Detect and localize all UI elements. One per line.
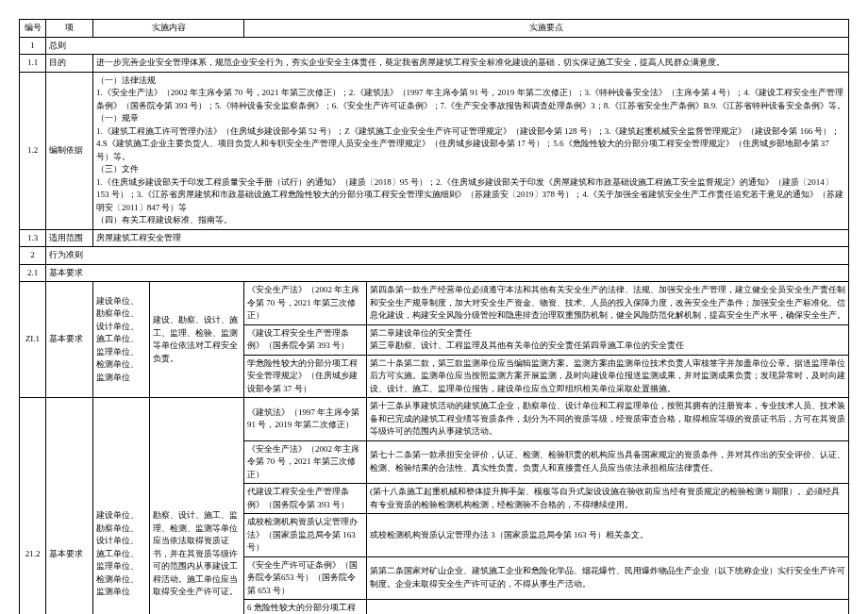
num: 2 <box>20 247 46 265</box>
c3: 《安全生产法》（2002 年主席令第 70 号，2021 年第三次修正） <box>244 440 367 484</box>
c3: 《建设工程安全生产管理条例》（国务院令第 393 号） <box>244 324 367 355</box>
item: 基本要求 <box>46 398 93 615</box>
num: 1 <box>20 37 46 55</box>
item: 编制依据 <box>46 72 93 229</box>
c3: 6 危险性较大的分部分项工程安全管理规定》（住房城乡建设部令第 37 号） <box>244 600 367 615</box>
c4: 第二十条第二款，第三款监测单位应当编辑监测方案。监测方案由监测单位技术负责人审核… <box>367 355 849 398</box>
c1: 建设单位、勘察单位、设计单位、施工单位、监理单位、检测单位、监测单位 <box>93 282 150 398</box>
item: 总则 <box>46 37 849 55</box>
content: 进一步完善企业安全管理体系，规范企业安全行为，夯实企业安全主体责任，奠定我省房屋… <box>93 55 849 73</box>
c4: 第第二条国家对矿山企业、建筑施工企业和危险化学品、烟花爆竹、民用爆炸物品生产企业… <box>367 556 849 600</box>
row-zi1-a: ZI.1 基本要求 建设单位、勘察单位、设计单位、施工单位、监理单位、检测单位、… <box>20 282 849 325</box>
c4: 第四条第一款生产经营单位必须遵守本法和其他有关安全生产的法律、法规、加强安全生产… <box>367 282 849 325</box>
c3: 《建筑法》（1997 年主席令第 91 号，2019 年第二次修正） <box>244 398 367 441</box>
content: 房屋建筑工程安全管理 <box>93 229 849 247</box>
item: 目的 <box>46 55 93 73</box>
num: 1.2 <box>20 72 46 229</box>
row-1-3: 1.3 适用范围 房屋建筑工程安全管理 <box>20 229 849 247</box>
item: 行为准则 <box>46 247 849 265</box>
row-212-a: 21.2 基本要求 建设单位、勘察单位、设计单位、施工单位、监理单位、检测单位、… <box>20 398 849 441</box>
hdr-nr: 实施内容 <box>93 20 244 38</box>
item: 基本要求 <box>46 264 849 282</box>
row-2-1: 2.1 基本要求 <box>20 264 849 282</box>
num: 21.2 <box>20 398 46 615</box>
hdr-item: 项 <box>46 20 93 38</box>
c4: 或校检测机构资质认定管理办法 3（国家质监总局令第 163 号）相关条文。 <box>367 514 849 557</box>
hdr-num: 编号 <box>20 20 46 38</box>
row-1-2: 1.2 编制依据 （一）法律法规 1.《安全生产法》（2002 年主席令第 70… <box>20 72 849 229</box>
c3: 成校检测机构资质认定管理办法》（国家质监总局令第 163 号） <box>244 514 367 557</box>
c4: 第二十条第一款对于按规定需要进行第三方监测的危大工程，建设单位应当委托具有相应勘… <box>367 600 849 615</box>
num: ZI.1 <box>20 282 46 398</box>
c4: 第十三条从事建筑活动的建筑施工企业，勘察单位、设计单位和工程监理单位，按照其拥有… <box>367 398 849 441</box>
hdr-yd: 实施要点 <box>244 20 849 38</box>
c1: 建设单位、勘察单位、设计单位、施工单位、监理单位、检测单位、监测单位 <box>93 398 150 615</box>
item: 基本要求 <box>46 282 93 398</box>
c3: 学危险性较大的分部分项工程安全管理规定》（住房城乡建设部令第 37 号） <box>244 355 367 398</box>
c2: 建设、勘察、设计、施工、监理、检验、监测等单位依法对工程安全负责。 <box>150 282 244 398</box>
header-row: 编号 项 实施内容 实施要点 <box>20 20 849 38</box>
regulation-table: 编号 项 实施内容 实施要点 1 总则 1.1 目的 进一步完善企业安全管理体系… <box>19 19 849 614</box>
row-2: 2 行为准则 <box>20 247 849 265</box>
row-1-1: 1.1 目的 进一步完善企业安全管理体系，规范企业安全行为，夯实企业安全主体责任… <box>20 55 849 73</box>
c4: 第二章建设单位的安全责任 第三章勘察、设计、工程监理及其他有关单位的安全责任第四… <box>367 324 849 355</box>
num: 1.1 <box>20 55 46 73</box>
num: 1.3 <box>20 229 46 247</box>
c4: (第十八条施工起重机械和整体提升脚手架、模板等自升式架设设施在验收前应当经有资质… <box>367 484 849 514</box>
c3: 《安全生产许可证条例》（国务院令第653 号）（国务院令第 653 号） <box>244 556 367 600</box>
item: 适用范围 <box>46 229 93 247</box>
c3: 《安全生产法》（2002 年主席令第 70 号，2021 年第三次修正） <box>244 282 367 325</box>
num: 2.1 <box>20 264 46 282</box>
c2: 勘察、设计、施工、监理、检测、监测等单位应当依法取得资质证书，并在其资质等级许可… <box>150 398 244 615</box>
c4: 第七十二条第一款承担安全评价，认证、检测、检验职责的机构应当具备国家规定的资质条… <box>367 440 849 484</box>
c3: 代建设工程安全生产管理条例》（国务院令第 393 号） <box>244 484 367 514</box>
content: （一）法律法规 1.《安全生产法》（2002 年主席令第 70 号，2021 年… <box>93 72 849 229</box>
row-1: 1 总则 <box>20 37 849 55</box>
